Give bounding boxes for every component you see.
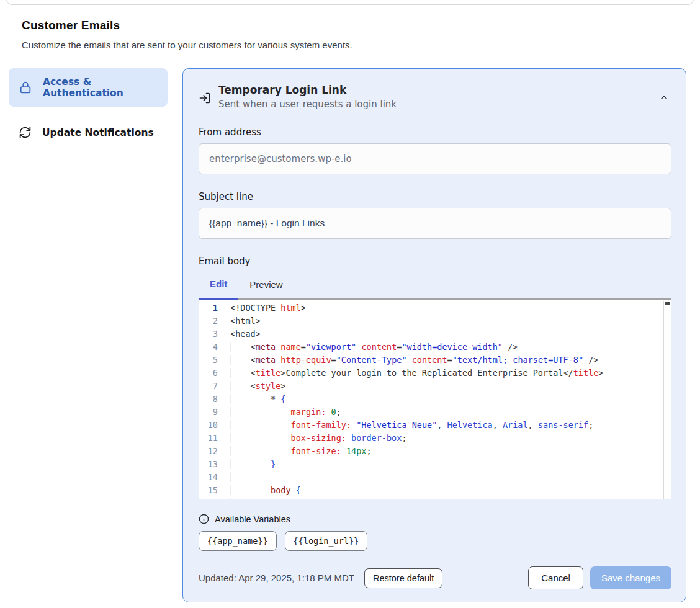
sidebar-item-label: Update Notifications (42, 127, 154, 138)
code-editor[interactable]: 12345678910111213141516 <!DOCTYPE html><… (199, 298, 671, 499)
code-line: <html> (230, 315, 663, 328)
code-line: <title>Complete your login to the Replic… (230, 367, 663, 380)
sidebar-item-update-notifications[interactable]: Update Notifications (9, 118, 168, 147)
email-body-label: Email body (199, 256, 671, 267)
panel-footer: Updated: Apr 29, 2025, 1:18 PM MDT Resto… (199, 566, 671, 589)
info-icon (199, 514, 209, 524)
code-line: <meta http-equiv="Content-Type" content=… (230, 354, 663, 367)
main-layout: Access & Authentication Update Notificat… (0, 68, 700, 602)
line-number: 14 (199, 471, 218, 484)
variable-chip-app-name[interactable]: {{app_name}} (199, 531, 277, 551)
sidebar-item-access-authentication[interactable]: Access & Authentication (9, 68, 168, 107)
page-header: Customer Emails Customize the emails tha… (0, 0, 700, 50)
code-line: font-family: "Helvetica Neue", Helvetica… (230, 419, 663, 432)
panel-header-text: Temporary Login Link Sent when a user re… (218, 84, 397, 110)
sidebar: Access & Authentication Update Notificat… (9, 68, 168, 147)
line-number: 3 (199, 328, 218, 341)
code-line: font-size: 14px; (230, 445, 663, 458)
line-number: 11 (199, 432, 218, 445)
collapse-button[interactable] (657, 90, 671, 105)
line-number: 15 (199, 484, 218, 497)
panel-header: Temporary Login Link Sent when a user re… (199, 84, 671, 110)
code-line (230, 471, 663, 484)
email-body-tabs: Edit Preview (199, 274, 671, 298)
editor-scrollbar-thumb[interactable] (665, 302, 670, 305)
tab-edit[interactable]: Edit (199, 274, 238, 300)
code-line: <!DOCTYPE html> (230, 302, 663, 315)
line-number: 4 (199, 341, 218, 354)
code-line: background-color: #f9f9f9; (230, 497, 663, 499)
variable-chip-login-url[interactable]: {{login_url}} (285, 531, 368, 551)
template-subtitle: Sent when a user requests a login link (218, 99, 397, 110)
line-number: 8 (199, 393, 218, 406)
updated-timestamp: Updated: Apr 29, 2025, 1:18 PM MDT (199, 573, 354, 583)
available-variables-row: Available Variables (199, 514, 671, 524)
customer-emails-page: Customer Emails Customize the emails tha… (0, 0, 700, 608)
line-number: 13 (199, 458, 218, 471)
subject-line-input[interactable] (199, 208, 671, 239)
code-line: <head> (230, 328, 663, 341)
previous-card-bottom-edge (6, 0, 694, 5)
code-line: margin: 0; (230, 406, 663, 419)
line-number: 10 (199, 419, 218, 432)
line-number: 12 (199, 445, 218, 458)
lock-icon (19, 81, 32, 94)
code-line: <meta name="viewport" content="width=dev… (230, 341, 663, 354)
line-number: 16 (199, 497, 218, 499)
code-line: } (230, 458, 663, 471)
from-address-label: From address (199, 127, 671, 138)
code-line: body { (230, 484, 663, 497)
sidebar-item-label: Access & Authentication (43, 76, 158, 99)
editor-line-numbers: 12345678910111213141516 (199, 300, 223, 499)
restore-default-button[interactable]: Restore default (364, 568, 442, 588)
page-description: Customize the emails that are sent to yo… (22, 40, 678, 50)
from-address-input[interactable] (199, 143, 671, 174)
refresh-icon (19, 126, 32, 139)
available-variables-label: Available Variables (215, 514, 290, 524)
save-changes-button[interactable]: Save changes (590, 566, 671, 589)
page-title: Customer Emails (22, 19, 678, 32)
line-number: 9 (199, 406, 218, 419)
template-title: Temporary Login Link (218, 84, 397, 96)
line-number: 1 (199, 302, 218, 315)
code-line: box-sizing: border-box; (230, 432, 663, 445)
code-line: * { (230, 393, 663, 406)
tab-preview[interactable]: Preview (238, 274, 294, 298)
code-line: <style> (230, 380, 663, 393)
line-number: 7 (199, 380, 218, 393)
email-template-panel: Temporary Login Link Sent when a user re… (182, 68, 686, 602)
editor-code-area[interactable]: <!DOCTYPE html><html><head> <meta name="… (223, 300, 671, 499)
line-number: 5 (199, 354, 218, 367)
editor-scrollbar-track[interactable] (663, 301, 671, 499)
cancel-button[interactable]: Cancel (528, 566, 583, 589)
subject-line-label: Subject line (199, 191, 671, 202)
login-icon (199, 92, 211, 104)
chevron-up-icon (659, 92, 669, 102)
line-number: 2 (199, 315, 218, 328)
line-number: 6 (199, 367, 218, 380)
variable-chips: {{app_name}} {{login_url}} (199, 531, 671, 551)
